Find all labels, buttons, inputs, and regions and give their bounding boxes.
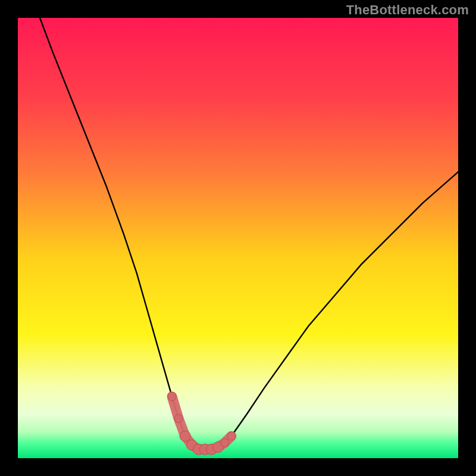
gradient-background	[18, 18, 458, 458]
plot-area	[18, 18, 458, 458]
marker-dot	[168, 392, 176, 400]
watermark-text: TheBottleneck.com	[346, 2, 469, 18]
marker-dot	[227, 432, 236, 440]
chart-svg	[18, 18, 458, 458]
marker-dot	[221, 439, 229, 447]
marker-dot	[180, 431, 190, 441]
marker-dot	[174, 414, 183, 422]
